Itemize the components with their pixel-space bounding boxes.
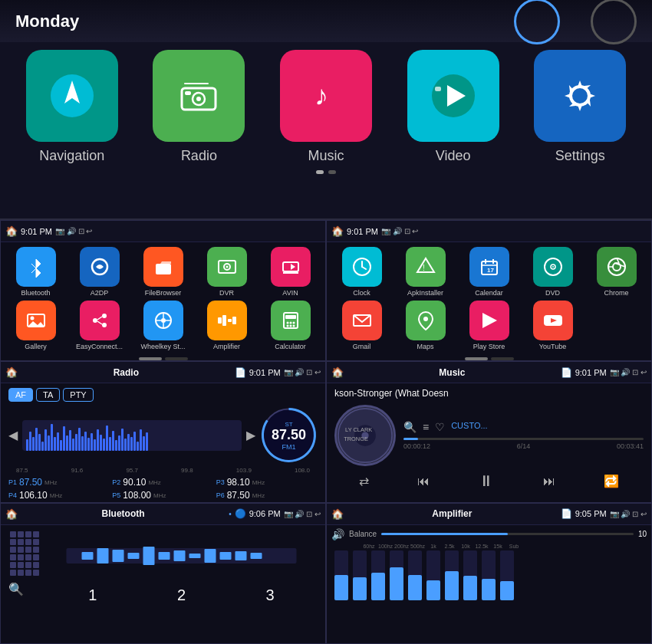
ta-button[interactable]: TA [36, 388, 60, 402]
mini-app-wheelkey[interactable]: Wheelkey St... [133, 301, 193, 351]
preset-5[interactable]: P5 108.00 MHz [112, 490, 213, 501]
youtube-mini-icon [533, 301, 573, 340]
mini-app-avin[interactable]: AVIN [260, 247, 321, 297]
preset-3[interactable]: P3 98.10 MHz [216, 477, 318, 488]
eq-bar-1[interactable] [353, 550, 367, 600]
preset-2[interactable]: P2 90.10 MHz [112, 477, 213, 488]
svg-point-43 [286, 324, 288, 327]
panel-top-left: 🏠 9:01 PM 📷 🔊 ⊡ ↩ Bluetooth A2DP [0, 220, 326, 361]
home-icon-tr[interactable]: 🏠 [331, 225, 344, 237]
mini-app-amplifier[interactable]: Amplifier [196, 301, 257, 351]
pty-button[interactable]: PTY [63, 388, 93, 402]
mini-app-a2dp[interactable]: A2DP [69, 247, 130, 297]
maps-mini-icon [406, 301, 446, 340]
mini-app-playstore[interactable]: Play Store [459, 301, 519, 351]
mini-app-calculator[interactable]: Calculator [260, 301, 321, 351]
mini-app-gallery[interactable]: Gallery [5, 301, 66, 351]
app-radio[interactable]: Radio [141, 50, 256, 164]
total-time: 00:03:41 [617, 442, 644, 450]
svg-rect-104 [159, 552, 170, 560]
home-icon-music[interactable]: 🏠 [331, 366, 344, 378]
panel-amp-header: 🏠 Amplifier 📄 9:05 PM 📷 🔊 ⊡ ↩ [327, 504, 651, 525]
music-custom-label[interactable]: CUSTO... [451, 421, 487, 433]
bt-contact-3: 3 [266, 586, 275, 604]
home-icon-tl[interactable]: 🏠 [5, 225, 18, 237]
eq-bar-3[interactable] [390, 550, 403, 600]
music-search-icon[interactable]: 🔍 [403, 421, 417, 433]
music-next-button[interactable]: ⏭ [543, 472, 555, 490]
mini-app-maps[interactable]: Maps [395, 301, 456, 351]
mini-app-easyconnect[interactable]: EasyConnect... [69, 301, 130, 351]
svg-point-23 [93, 318, 97, 323]
bt-waveform: 1 2 3 [45, 530, 318, 607]
preset-1[interactable]: P1 87.50 MHz [8, 477, 110, 488]
bt-search-icon[interactable]: 🔍 [8, 582, 24, 596]
svg-rect-35 [222, 315, 226, 326]
mini-app-clock[interactable]: Clock [331, 247, 392, 297]
dot-2 [328, 170, 336, 174]
mini-app-dvd[interactable]: DVD [522, 247, 583, 297]
tune-prev-button[interactable]: ◀ [8, 428, 18, 442]
af-button[interactable]: AF [8, 388, 33, 402]
album-art: LY CLARK TRONGE [334, 405, 396, 466]
eq-bar-6[interactable] [445, 550, 459, 600]
dvd-mini-label: DVD [545, 289, 560, 297]
mini-app-filebrowser[interactable]: FileBrowser [133, 247, 193, 297]
mini-app-chrome[interactable]: Chrome [586, 247, 647, 297]
music-prev-button[interactable]: ⏮ [417, 472, 430, 490]
panel-top-right: 🏠 9:01 PM 📷 🔊 ⊡ ↩ Clock ! ApkInstaller [326, 220, 652, 361]
eq-bar-5[interactable] [426, 550, 440, 600]
home-icon-amp[interactable]: 🏠 [331, 508, 344, 520]
music-progress-bar[interactable] [403, 438, 644, 440]
mini-app-apkinstaller[interactable]: ! ApkInstaller [395, 247, 456, 297]
mini-app-youtube[interactable]: YouTube [522, 301, 583, 351]
svg-rect-94 [10, 570, 16, 576]
svg-rect-101 [113, 550, 124, 562]
gallery-mini-icon [16, 301, 56, 340]
status-icons-music: 📷 🔊 ⊡ ↩ [610, 368, 647, 376]
eq-bar-9[interactable] [500, 550, 514, 600]
panel-bluetooth: 🏠 Bluetooth • 🔵 9:06 PM 📷 🔊 ⊡ ↩ [0, 503, 326, 644]
eq-bar-2[interactable] [371, 550, 385, 600]
eq-bar-8[interactable] [482, 550, 496, 600]
app-settings[interactable]: Settings [522, 50, 637, 164]
freq-band: FM1 [272, 442, 306, 450]
svg-text:17: 17 [487, 267, 494, 274]
eq-bar-4[interactable] [408, 550, 422, 600]
mini-app-gmail[interactable]: Gmail [331, 301, 392, 351]
music-eq-button[interactable]: ⇄ [359, 472, 369, 490]
radio-mode-buttons: AF TA PTY [8, 388, 318, 402]
music-list-icon[interactable]: ≡ [423, 421, 429, 433]
eq-bar-7[interactable] [463, 550, 477, 600]
bt-contact-numbers: 🔍 [8, 582, 39, 596]
music-action-icons: 🔍 ≡ ♡ CUSTO... [403, 421, 644, 433]
panel-music: 🏠 Music 📄 9:01 PM 📷 🔊 ⊡ ↩ kson-Stronger … [326, 361, 652, 502]
preset-4[interactable]: P4 106.10 MHz [8, 490, 110, 501]
app-navigation[interactable]: Navigation [15, 50, 130, 164]
svg-text:TRONGE: TRONGE [344, 436, 368, 443]
mini-app-dvr[interactable]: DVR [196, 247, 257, 297]
music-heart-icon[interactable]: ♡ [435, 421, 445, 433]
svg-marker-65 [482, 313, 497, 328]
app-music[interactable]: ♪ Music [268, 50, 384, 164]
svg-rect-34 [218, 317, 222, 324]
app-video[interactable]: Video [396, 50, 511, 164]
mini-app-calendar[interactable]: 17 Calendar [459, 247, 519, 297]
eq-bar-0[interactable] [334, 550, 348, 600]
svg-line-27 [97, 321, 102, 324]
preset-6[interactable]: P6 87.50 MHz [216, 490, 318, 501]
music-play-button[interactable]: ⏸ [479, 472, 494, 490]
svg-rect-81 [33, 539, 39, 545]
music-repeat-button[interactable]: 🔁 [604, 472, 619, 490]
panel-radio: 🏠 Radio 📄 9:01 PM 📷 🔊 ⊡ ↩ AF TA PTY ◀ [0, 361, 326, 502]
balance-slider[interactable] [381, 533, 634, 535]
svg-rect-93 [33, 562, 39, 568]
svg-line-26 [97, 317, 102, 320]
panel-top-right-apps: Clock ! ApkInstaller 17 Calendar [327, 242, 651, 356]
svg-rect-10 [435, 87, 441, 91]
time-amp: 9:05 PM [575, 509, 607, 518]
home-icon-bt[interactable]: 🏠 [5, 508, 18, 520]
mini-app-bluetooth[interactable]: Bluetooth [5, 247, 66, 297]
home-icon-radio[interactable]: 🏠 [5, 366, 18, 378]
tune-next-button[interactable]: ▶ [246, 428, 255, 442]
